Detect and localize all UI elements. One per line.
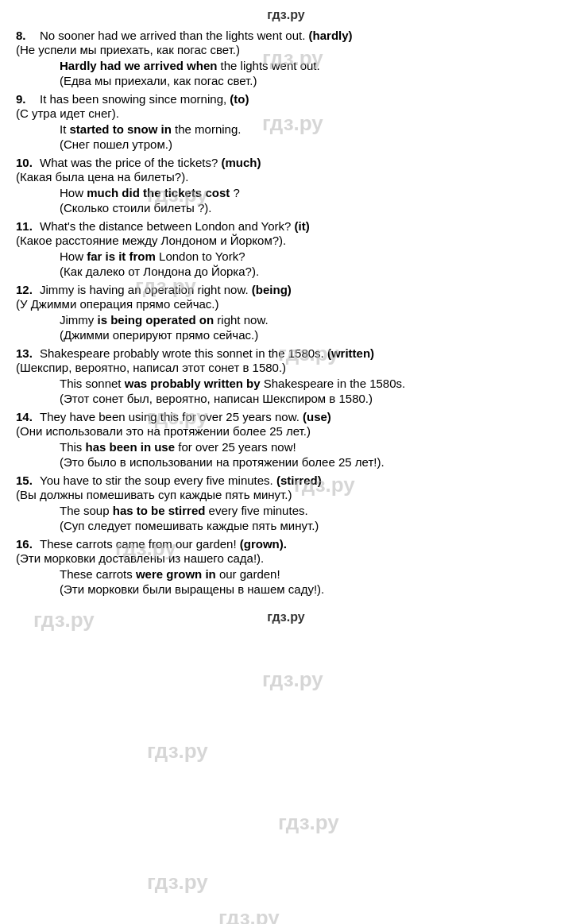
exercise-8-answer: Hardly had we arrived when the lights we… [60, 59, 556, 72]
exercise-12-answer: Jimmy is being operated on right now. [60, 313, 556, 327]
site-title: гдз.ру [16, 8, 556, 22]
watermark-11: гдз.ру [147, 739, 208, 764]
exercise-13-answer-pre: This sonnet [60, 377, 125, 390]
exercise-15-number: 15. [16, 474, 38, 487]
exercise-15: 15. You have to stir the soup every five… [16, 474, 556, 532]
watermark-10: гдз.ру [262, 667, 323, 692]
exercise-8-original: No sooner had we arrived than the lights… [40, 29, 556, 42]
exercise-13-translation: (Шекспир, вероятно, написал этот сонет в… [16, 361, 556, 374]
exercise-12-answer-translation: (Джимми оперируют прямо сейчас.) [60, 328, 556, 342]
exercise-8-answer-translation: (Едва мы приехали, как погас свет.) [60, 74, 556, 87]
exercise-10-number: 10. [16, 156, 38, 169]
exercise-8-number: 8. [16, 29, 38, 42]
exercise-14-answer: This has been in use for over 25 years n… [60, 440, 556, 454]
exercise-11-number: 11. [16, 219, 38, 233]
exercise-13-original: Shakespeare probably wrote this sonnet i… [40, 346, 556, 360]
exercise-16-answer-pre: These carrots [60, 567, 136, 581]
exercise-10-answer: How much did the tickets cost ? [60, 186, 556, 199]
exercise-16-number: 16. [16, 537, 38, 551]
exercise-9-answer: It started to snow in the morning. [60, 122, 556, 136]
footer-title: гдз.ру [267, 610, 304, 624]
exercise-10-answer-pre: How [60, 186, 87, 199]
exercise-15-answer-pre: The soup [60, 504, 113, 517]
exercise-8: 8. No sooner had we arrived than the lig… [16, 29, 556, 87]
exercise-13-answer-bold: was probably written by [125, 377, 261, 390]
exercise-11-answer-translation: (Как далеко от Лондона до Йорка?). [60, 265, 556, 278]
exercise-11-original: What's the distance between London and Y… [40, 219, 556, 233]
exercise-16-answer-bold: were grown in [136, 567, 216, 581]
exercise-9-number: 9. [16, 92, 38, 106]
exercise-9-answer-rest: the morning. [172, 122, 242, 136]
exercise-13-answer-rest: Shakespeare in the 1580s. [261, 377, 406, 390]
exercise-13: 13. Shakespeare probably wrote this sonn… [16, 346, 556, 405]
exercise-10: 10. What was the price of the tickets? (… [16, 156, 556, 215]
exercise-12: 12. Jimmy is having an operation right n… [16, 283, 556, 342]
exercise-11-answer-bold: far is it from [87, 249, 156, 263]
exercise-16: 16. These carrots came from our garden! … [16, 537, 556, 596]
exercise-11-answer-rest: London to York? [156, 249, 245, 263]
exercise-16-answer-translation: (Эти морковки были выращены в нашем саду… [60, 582, 556, 596]
exercise-12-answer-pre: Jimmy [60, 313, 98, 327]
exercise-10-answer-bold: much did the tickets cost [87, 186, 230, 199]
exercise-13-number: 13. [16, 346, 38, 360]
exercise-9-answer-bold: started to snow in [70, 122, 172, 136]
exercise-12-original: Jimmy is having an operation right now. … [40, 283, 556, 296]
exercise-13-answer: This sonnet was probably written by Shak… [60, 377, 556, 390]
exercise-11: 11. What's the distance between London a… [16, 219, 556, 278]
exercise-10-translation: (Какая была цена на билеты?). [16, 170, 556, 184]
exercise-15-answer-bold: has to be stirred [113, 504, 206, 517]
exercise-15-answer-translation: (Суп следует помешивать каждые пять мину… [60, 519, 556, 532]
exercise-9-original: It has been snowing since morning, (to) [40, 92, 556, 106]
exercise-15-answer-rest: every five minutes. [205, 504, 307, 517]
exercise-11-answer-pre: How [60, 249, 87, 263]
exercise-12-answer-bold: is being operated on [98, 313, 214, 327]
exercise-14-answer-translation: (Это было в использовании на протяжении … [60, 455, 556, 469]
exercise-15-answer: The soup has to be stirred every five mi… [60, 504, 556, 517]
exercise-8-answer-bold: Hardly had we arrived when [60, 59, 217, 72]
exercise-10-original: What was the price of the tickets? (much… [40, 156, 556, 169]
exercise-13-answer-translation: (Этот сонет был, вероятно, написан Шексп… [60, 392, 556, 405]
exercise-12-number: 12. [16, 283, 38, 296]
watermark-13: гдз.ру [147, 870, 208, 895]
exercise-9-answer-translation: (Снег пошел утром.) [60, 137, 556, 151]
exercise-11-answer: How far is it from London to York? [60, 249, 556, 263]
exercise-12-translation: (У Джимми операция прямо сейчас.) [16, 297, 556, 311]
exercise-11-translation: (Какое расстояние между Лондоном и Йорко… [16, 234, 556, 247]
exercise-16-answer: These carrots were grown in our garden! [60, 567, 556, 581]
exercise-14-number: 14. [16, 410, 38, 423]
exercise-10-answer-translation: (Сколько стоили билеты ?). [60, 201, 556, 215]
exercise-16-answer-rest: our garden! [216, 567, 280, 581]
exercise-9-translation: (С утра идет снег). [16, 106, 556, 120]
exercise-15-translation: (Вы должны помешивать суп каждые пять ми… [16, 488, 556, 501]
exercise-16-translation: (Эти морковки доставлены из нашего сада!… [16, 551, 556, 565]
exercise-9-answer-pre: It [60, 122, 70, 136]
exercise-8-answer-rest: the lights went out. [217, 59, 319, 72]
exercise-15-original: You have to stir the soup every five min… [40, 474, 556, 487]
exercise-14-answer-bold: has been in use [86, 440, 176, 454]
exercise-16-original: These carrots came from our garden! (gro… [40, 537, 556, 551]
exercise-14-answer-rest: for over 25 years now! [175, 440, 296, 454]
exercise-8-translation: (Не успели мы приехать, как погас свет.) [16, 43, 556, 56]
watermark-14: гдз.ру [218, 906, 280, 924]
exercise-10-answer-rest: ? [230, 186, 240, 199]
exercise-14: 14. They have been using this for over 2… [16, 410, 556, 469]
watermark-12: гдз.ру [278, 810, 339, 835]
exercise-14-answer-pre: This [60, 440, 86, 454]
exercise-14-translation: (Они использовали это на протяжении боле… [16, 424, 556, 438]
exercise-9: 9. It has been snowing since morning, (t… [16, 92, 556, 151]
exercise-12-answer-rest: right now. [214, 313, 268, 327]
exercise-14-original: They have been using this for over 25 ye… [40, 410, 556, 423]
